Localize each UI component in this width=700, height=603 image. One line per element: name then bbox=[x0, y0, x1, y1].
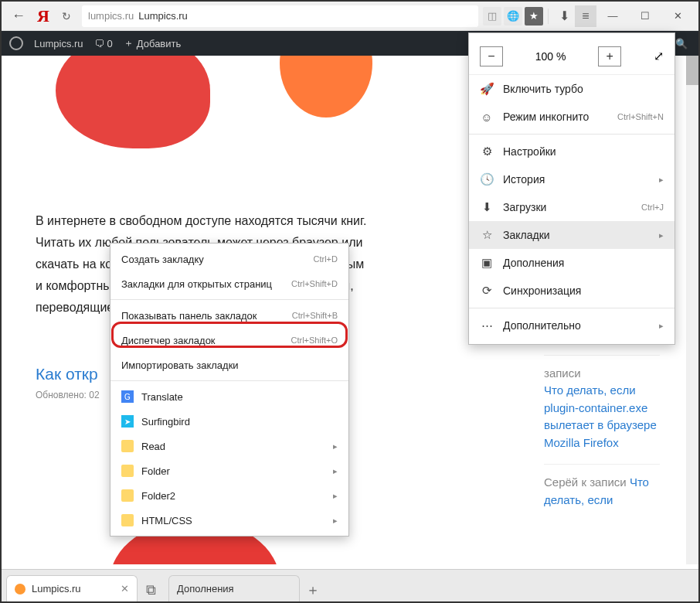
menu-turbo[interactable]: 🚀Включить турбо bbox=[469, 75, 675, 103]
sidebar-item: записи Что делать, если plugin-container… bbox=[544, 355, 660, 452]
menu-divider bbox=[469, 308, 675, 308]
submenu-import-bookmarks[interactable]: Импортировать закладки bbox=[110, 353, 348, 377]
favicon-icon bbox=[15, 584, 25, 594]
wp-site-link[interactable]: Lumpics.ru bbox=[34, 38, 83, 49]
back-button[interactable]: ← bbox=[6, 5, 31, 27]
minimize-button[interactable]: — bbox=[596, 5, 629, 27]
submenu-folder2[interactable]: Folder2▸ bbox=[110, 483, 348, 508]
surfingbird-icon: ➤ bbox=[121, 415, 134, 428]
chevron-right-icon: ▸ bbox=[659, 230, 664, 240]
menu-bookmarks[interactable]: ☆Закладки▸ bbox=[469, 221, 675, 249]
sidebar-item: Серёй к записи Что делать, если bbox=[544, 464, 660, 509]
zoom-out-button[interactable]: − bbox=[480, 46, 503, 66]
submenu-show-panel[interactable]: Показывать панель закладокCtrl+Shift+B bbox=[110, 303, 348, 328]
menu-button[interactable]: ≡ bbox=[575, 5, 596, 27]
submenu-bookmarks-open-pages[interactable]: Закладки для открытых страницCtrl+Shift+… bbox=[110, 271, 348, 296]
article-link[interactable]: Как откр bbox=[36, 365, 98, 383]
tab-addons[interactable]: Дополнения bbox=[168, 575, 300, 601]
chevron-right-icon: ▸ bbox=[333, 466, 338, 476]
menu-incognito[interactable]: ☺Режим инкогнитоCtrl+Shift+N bbox=[469, 103, 675, 131]
translate-icon: G bbox=[121, 390, 134, 403]
folder-icon bbox=[121, 514, 134, 526]
titlebar: ← Я ↻ lumpics.ru Lumpics.ru ◫ 🌐 ★ ⬇ ≡ — … bbox=[2, 2, 698, 31]
menu-history[interactable]: 🕓История▸ bbox=[469, 165, 675, 193]
menu-sync[interactable]: ⟳Синхронизация bbox=[469, 277, 675, 305]
article-meta: Обновлено: 02 bbox=[36, 390, 100, 400]
close-window-button[interactable]: ✕ bbox=[661, 5, 694, 27]
star-icon: ☆ bbox=[480, 228, 494, 242]
url-title: Lumpics.ru bbox=[138, 10, 188, 22]
screenshot-icon[interactable]: ◫ bbox=[483, 7, 501, 26]
downloads-button[interactable]: ⬇ bbox=[553, 5, 575, 27]
scrollbar-thumb[interactable] bbox=[686, 56, 698, 85]
address-bar[interactable]: lumpics.ru Lumpics.ru bbox=[82, 5, 478, 27]
decoration-red-blob bbox=[56, 56, 210, 148]
reload-icon[interactable]: ↻ bbox=[56, 10, 77, 22]
url-host: lumpics.ru bbox=[88, 10, 134, 22]
fullscreen-icon[interactable]: ⤢ bbox=[654, 49, 664, 63]
maximize-button[interactable]: ☐ bbox=[629, 5, 661, 27]
menu-downloads[interactable]: ⬇ЗагрузкиCtrl+J bbox=[469, 193, 675, 221]
zoom-in-button[interactable]: + bbox=[598, 46, 621, 66]
puzzle-icon: ▣ bbox=[480, 256, 494, 270]
chevron-right-icon: ▸ bbox=[333, 491, 338, 501]
tab-bar: Lumpics.ru ✕ ⧉ Дополнения ＋ bbox=[2, 569, 698, 601]
new-tab-button[interactable]: ＋ bbox=[300, 578, 326, 601]
tab-title: Lumpics.ru bbox=[32, 583, 114, 594]
wordpress-icon[interactable] bbox=[9, 36, 23, 50]
bookmark-star-icon[interactable]: ★ bbox=[525, 7, 543, 26]
globe-icon[interactable]: 🌐 bbox=[504, 7, 522, 26]
menu-divider bbox=[469, 134, 675, 135]
wp-add-new[interactable]: ＋ Добавить bbox=[124, 36, 181, 50]
dots-icon: ⋯ bbox=[480, 319, 494, 332]
separator bbox=[548, 9, 549, 24]
submenu-folder-read[interactable]: Read▸ bbox=[110, 434, 348, 458]
submenu-folder[interactable]: Folder▸ bbox=[110, 458, 348, 483]
download-icon: ⬇ bbox=[480, 200, 494, 214]
clock-icon: 🕓 bbox=[480, 172, 494, 186]
folder-icon bbox=[121, 465, 134, 477]
close-tab-icon[interactable]: ✕ bbox=[121, 583, 129, 594]
folder-icon bbox=[121, 489, 134, 502]
tab-separator-icon[interactable]: ⧉ bbox=[138, 578, 164, 601]
zoom-level: 100 % bbox=[535, 50, 566, 63]
chevron-right-icon: ▸ bbox=[659, 175, 664, 185]
decoration-orange-blob bbox=[280, 56, 372, 118]
submenu-translate[interactable]: GTranslate bbox=[110, 384, 348, 409]
tab-title: Дополнения bbox=[177, 583, 291, 594]
tab-lumpics[interactable]: Lumpics.ru ✕ bbox=[6, 575, 138, 601]
menu-addons[interactable]: ▣Дополнения bbox=[469, 249, 675, 277]
menu-settings[interactable]: ⚙Настройки bbox=[469, 138, 675, 165]
submenu-bookmark-manager[interactable]: Диспетчер закладокCtrl+Shift+O bbox=[110, 328, 348, 353]
zoom-controls: − 100 % + ⤢ bbox=[469, 38, 675, 75]
vertical-scrollbar[interactable] bbox=[686, 56, 698, 564]
sync-icon: ⟳ bbox=[480, 284, 494, 298]
menu-divider bbox=[110, 380, 348, 381]
submenu-htmlcss[interactable]: HTML/CSS▸ bbox=[110, 508, 348, 533]
wp-comments[interactable]: 🗨 0 bbox=[94, 38, 113, 49]
chevron-right-icon: ▸ bbox=[333, 516, 338, 526]
rocket-icon: 🚀 bbox=[480, 82, 494, 96]
folder-icon bbox=[121, 440, 134, 452]
submenu-create-bookmark[interactable]: Создать закладкуCtrl+D bbox=[110, 247, 348, 271]
sliders-icon: ⚙ bbox=[480, 145, 494, 158]
chevron-right-icon: ▸ bbox=[333, 441, 338, 451]
menu-more[interactable]: ⋯Дополнительно▸ bbox=[469, 312, 675, 339]
mask-icon: ☺ bbox=[480, 111, 494, 124]
yandex-logo[interactable]: Я bbox=[31, 6, 56, 26]
main-menu: − 100 % + ⤢ 🚀Включить турбо ☺Режим инког… bbox=[468, 32, 675, 345]
menu-divider bbox=[110, 299, 348, 300]
submenu-surfingbird[interactable]: ➤Surfingbird bbox=[110, 409, 348, 434]
chevron-right-icon: ▸ bbox=[659, 321, 664, 331]
bookmarks-submenu: Создать закладкуCtrl+D Закладки для откр… bbox=[110, 243, 349, 537]
